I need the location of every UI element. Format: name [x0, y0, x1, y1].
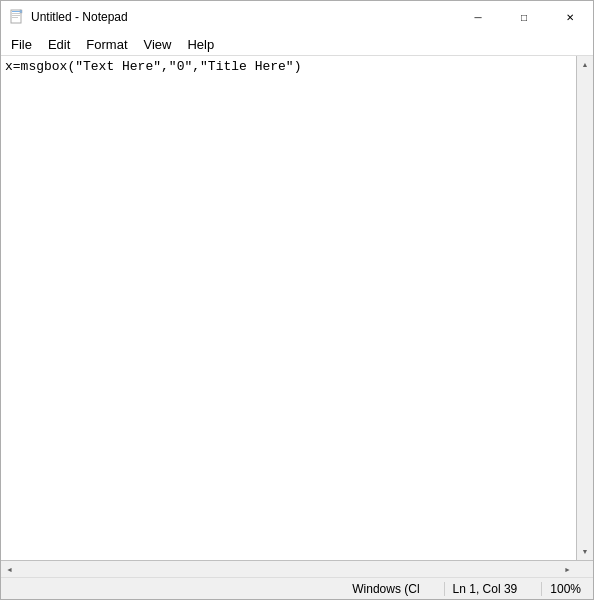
title-bar: Untitled - Notepad ─ □ ✕	[1, 1, 593, 33]
notepad-window: Untitled - Notepad ─ □ ✕ File Edit Forma…	[0, 0, 594, 600]
status-position: Ln 1, Col 39	[444, 582, 526, 596]
title-bar-controls: ─ □ ✕	[455, 1, 593, 33]
status-bar: Windows (Cl Ln 1, Col 39 100%	[1, 577, 593, 599]
scroll-down-button[interactable]: ▼	[577, 543, 594, 560]
horizontal-scrollbar[interactable]	[18, 561, 559, 577]
menu-help[interactable]: Help	[179, 35, 222, 54]
status-encoding: Windows (Cl	[344, 582, 427, 596]
scrollbar-corner	[576, 561, 593, 578]
svg-rect-3	[12, 15, 20, 16]
scrollbar-track-v[interactable]	[577, 73, 593, 543]
svg-rect-5	[20, 10, 22, 13]
status-right: Windows (Cl Ln 1, Col 39 100%	[344, 582, 589, 596]
minimize-button[interactable]: ─	[455, 1, 501, 33]
status-zoom: 100%	[541, 582, 589, 596]
text-editor[interactable]: x=msgbox("Text Here","0","Title Here")	[1, 56, 576, 560]
svg-rect-4	[12, 17, 18, 18]
menu-file[interactable]: File	[3, 35, 40, 54]
scroll-left-button[interactable]: ◄	[1, 561, 18, 578]
menu-view[interactable]: View	[136, 35, 180, 54]
vertical-scrollbar: ▲ ▼	[576, 56, 593, 560]
close-button[interactable]: ✕	[547, 1, 593, 33]
menu-edit[interactable]: Edit	[40, 35, 78, 54]
app-icon	[9, 9, 25, 25]
menu-bar: File Edit Format View Help	[1, 33, 593, 55]
scroll-up-button[interactable]: ▲	[577, 56, 594, 73]
title-bar-left: Untitled - Notepad	[9, 9, 128, 25]
window-title: Untitled - Notepad	[31, 10, 128, 24]
horizontal-scrollbar-container: ◄ ►	[1, 560, 593, 577]
scroll-right-button[interactable]: ►	[559, 561, 576, 578]
svg-rect-2	[12, 13, 20, 14]
maximize-button[interactable]: □	[501, 1, 547, 33]
svg-rect-1	[12, 11, 20, 12]
menu-format[interactable]: Format	[78, 35, 135, 54]
editor-area: x=msgbox("Text Here","0","Title Here") ▲…	[1, 55, 593, 560]
